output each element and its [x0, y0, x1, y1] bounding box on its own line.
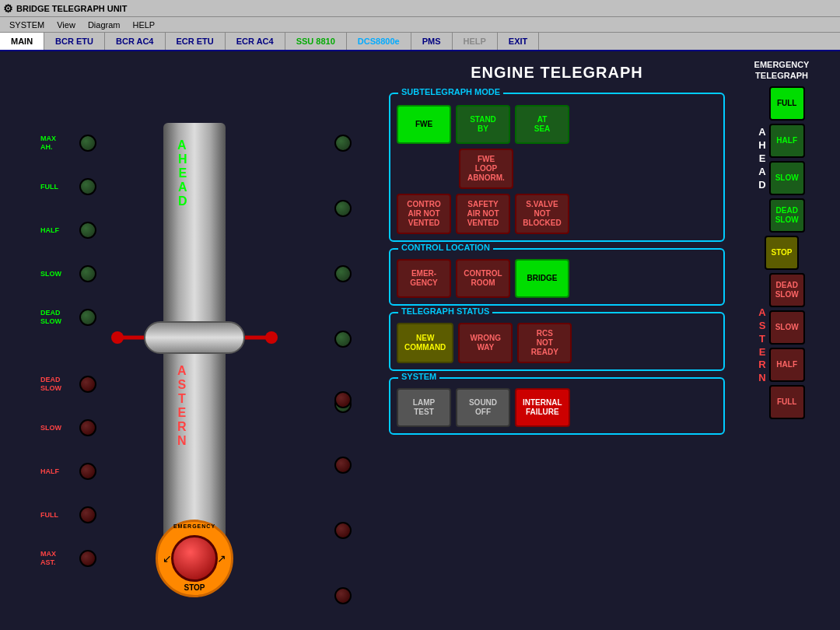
dot-full-right [334, 200, 352, 217]
telegraph-status-buttons: NEWCOMMAND WRONGWAY RCSNOTREADY [397, 323, 717, 363]
torpedo-body [144, 321, 245, 354]
shaft-astern-n: N [177, 434, 187, 448]
left-panel: A H E A D A S T E R N [8, 59, 381, 622]
emergency-button-inner[interactable] [171, 535, 218, 582]
torpedo-pin-right [245, 336, 267, 340]
emerg-ahead-h: H [758, 139, 765, 152]
system-section: SYSTEM LAMPTEST SOUNDOFF INTERNALFAILURE [389, 377, 725, 435]
indicator-slow-right [334, 319, 352, 359]
btn-fwe-loop[interactable]: FWELOOPABNORM. [459, 149, 513, 189]
emerg-ahead-a2: A [758, 166, 765, 179]
dot-astern-slow-left [79, 419, 96, 436]
emergency-ring: EMERGENCY ↙ ↗ STOP [156, 520, 233, 597]
shaft-astern-t: T [178, 392, 186, 406]
left-indicators-astern: DEADSLOW SLOW HALF FULL MAXAST. [37, 356, 96, 579]
btn-new-command[interactable]: NEWCOMMAND [397, 323, 453, 363]
btn-emergency-ctrl[interactable]: EMER-GENCY [397, 259, 451, 298]
dot-max-ah-left [79, 135, 96, 152]
tab-bcr-ac4[interactable]: BCR AC4 [105, 33, 166, 50]
emerg-btn-slow[interactable]: SLOW [769, 161, 805, 195]
btn-at-sea[interactable]: ATSEA [515, 105, 569, 144]
menu-bar: SYSTEM View Diagram HELP [0, 17, 840, 33]
left-indicators-ahead: MAXAH. FULL HALF SLOW DEADSLOW [37, 123, 96, 338]
emerg-stop-row: STOP [765, 236, 798, 270]
btn-control-room[interactable]: CONTROLROOM [456, 259, 510, 298]
emerg-ahead-a: A [758, 126, 765, 139]
indicator-half-left: HALF [37, 210, 96, 250]
emergency-ring-text: EMERGENCY [158, 523, 231, 529]
tab-ecr-ac4[interactable]: ECR AC4 [226, 33, 285, 50]
dot-slow-left [79, 265, 96, 282]
tab-main[interactable]: MAIN [0, 33, 44, 50]
tab-ssu[interactable]: SSU 8810 [285, 33, 347, 50]
telegraph-status-label: TELEGRAPH STATUS [398, 306, 492, 316]
emergency-telegraph-panel: EMERGENCYTELEGRAPH A H E A D FULL HALF S… [731, 59, 832, 622]
emergency-stop-button[interactable]: EMERGENCY ↙ ↗ STOP [156, 520, 233, 597]
menu-help[interactable]: HELP [126, 20, 161, 30]
right-panel: ENGINE TELEGRAPH SUBTELEGRAPH MODE FWE S… [389, 59, 832, 622]
indicator-astern-slow-right [334, 445, 352, 485]
emerg-btn-dead-slow[interactable]: DEADSLOW [769, 198, 805, 233]
btn-bridge[interactable]: BRIDGE [515, 259, 569, 298]
subtelegraph-section: SUBTELEGRAPH MODE FWE STANDBY ATSEA FWEL… [389, 93, 725, 242]
title-bar: ⚙ BRIDGE TELEGRAPH UNIT [0, 0, 840, 17]
btn-lamp-test[interactable]: LAMPTEST [397, 388, 451, 427]
emerg-btn-full[interactable]: FULL [769, 86, 805, 121]
btn-sound-off[interactable]: SOUNDOFF [456, 388, 510, 427]
torpedo-dot-right [265, 331, 278, 344]
dot-astern-dead-slow-left [79, 376, 96, 393]
emerg-btn-stop[interactable]: STOP [765, 236, 798, 270]
emerg-astern-e: E [759, 346, 766, 359]
menu-view[interactable]: View [51, 20, 82, 30]
nav-tabs: MAIN BCR ETU BCR AC4 ECR ETU ECR AC4 SSU… [0, 33, 840, 51]
emerg-ahead-d: D [758, 179, 765, 192]
dot-astern-full-left [79, 506, 96, 523]
btn-wrong-way[interactable]: WRONGWAY [458, 323, 513, 363]
shaft-astern-r: R [177, 420, 187, 434]
telegraph-status-section: TELEGRAPH STATUS NEWCOMMAND WRONGWAY RCS… [389, 312, 725, 371]
btn-standby[interactable]: STANDBY [456, 105, 510, 144]
dot-astern-full-right [334, 587, 352, 604]
tab-bcr-etu[interactable]: BCR ETU [44, 33, 105, 50]
btn-internal-failure[interactable]: INTERNALFAILURE [515, 388, 570, 427]
btn-svalve[interactable]: S.VALVENOTBLOCKED [515, 194, 569, 234]
btn-contro-air[interactable]: CONTROAIR NOTVENTED [397, 194, 451, 234]
btn-rcs-not-ready[interactable]: RCSNOTREADY [517, 323, 572, 363]
indicator-full-left: FULL [37, 166, 96, 207]
tab-pms[interactable]: PMS [411, 33, 453, 50]
dot-full-left [79, 178, 96, 195]
tab-dcs[interactable]: DCS8800e [347, 33, 411, 50]
btn-fwe[interactable]: FWE [397, 105, 451, 144]
emerg-btn-half[interactable]: HALF [769, 124, 805, 158]
emerg-btn-astern-dead-slow[interactable]: DEADSLOW [769, 273, 805, 307]
emerg-ahead-e: E [759, 152, 766, 166]
shaft-ahead-d: D [178, 194, 187, 208]
emerg-ahead-section: A H E A D FULL HALF SLOW DEADSLOW [758, 86, 804, 233]
tab-exit[interactable]: EXIT [498, 33, 539, 50]
indicator-half-right [334, 254, 352, 294]
emerg-btn-astern-half[interactable]: HALF [769, 348, 805, 382]
tab-ecr-etu[interactable]: ECR ETU [166, 33, 226, 50]
title-icon: ⚙ [3, 2, 13, 15]
emergency-arrow-left: ↙ [163, 552, 172, 565]
torpedo-handle [144, 321, 245, 354]
menu-diagram[interactable]: Diagram [82, 20, 127, 30]
indicator-max-ah-left: MAXAH. [37, 123, 96, 163]
btn-safety-air[interactable]: SAFETYAIR NOTVENTED [456, 194, 510, 234]
indicator-astern-slow-left: SLOW [37, 408, 96, 448]
emerg-ahead-label-col: A H E A D [758, 86, 765, 233]
emerg-astern-t: T [759, 333, 765, 346]
indicator-astern-max-left: MAXAST. [37, 538, 96, 579]
indicator-astern-dead-slow-right [334, 380, 352, 420]
subtelegraph-buttons: FWE STANDBY ATSEA [397, 105, 717, 144]
indicator-astern-full-left: FULL [37, 495, 96, 535]
emerg-btn-astern-slow[interactable]: SLOW [769, 310, 805, 345]
subtelegraph-buttons-row2: FWELOOPABNORM. [397, 149, 717, 189]
emerg-btn-astern-full[interactable]: FULL [769, 385, 805, 419]
telegraph-diagram: A H E A D A S T E R N [23, 76, 366, 605]
menu-system[interactable]: SYSTEM [3, 20, 51, 30]
emerg-astern-a: A [758, 306, 765, 320]
emerg-astern-s: S [759, 320, 766, 333]
tab-help[interactable]: HELP [453, 33, 498, 50]
system-label: SYSTEM [398, 372, 439, 381]
